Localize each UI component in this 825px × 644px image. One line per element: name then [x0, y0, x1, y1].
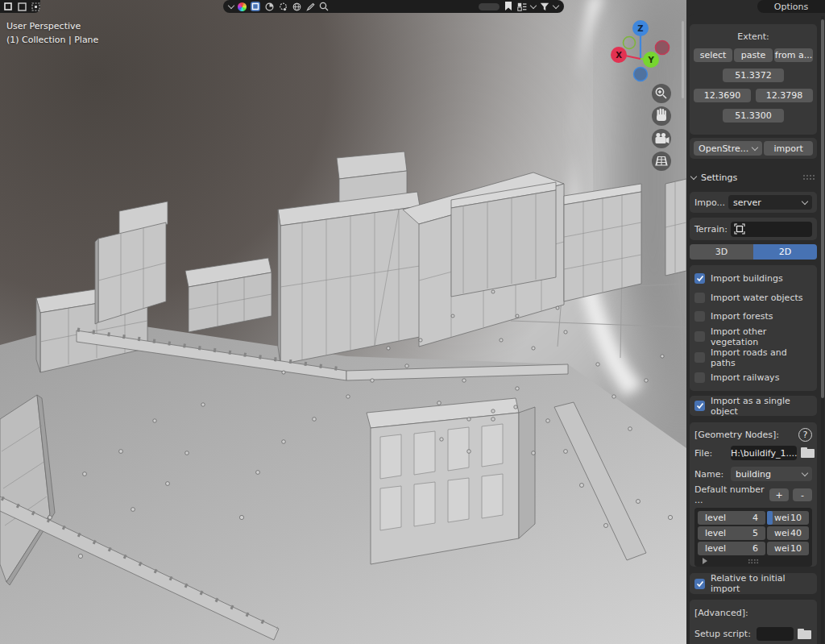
- relative-import-panel: Relative to initial import: [690, 573, 817, 594]
- dimension-toggle: 3D 2D: [690, 244, 817, 260]
- checkbox-unchecked-icon: [694, 331, 705, 342]
- checkbox-unchecked-icon: [694, 352, 705, 363]
- checkbox-row-relative[interactable]: Relative to initial import: [694, 573, 812, 594]
- overlays-icon[interactable]: [517, 2, 527, 11]
- sidebar-scrollbar-handle[interactable]: [821, 19, 824, 398]
- import-button[interactable]: import: [764, 141, 813, 156]
- terrain-object-field[interactable]: [731, 222, 812, 237]
- checkbox-row-single-object[interactable]: Import as a single object: [694, 396, 812, 416]
- box-select-icon[interactable]: [17, 2, 27, 11]
- checkbox-row-railways[interactable]: Import railways: [694, 368, 812, 388]
- annotate-brush-icon[interactable]: [305, 2, 315, 11]
- checkbox-label: Import other vegetation: [711, 326, 812, 347]
- help-button[interactable]: ?: [798, 428, 812, 442]
- viewport-header-toolbar: [223, 0, 564, 13]
- nav-gizmo-group: Z X Y: [600, 18, 684, 176]
- level-value: 5: [752, 528, 758, 538]
- extent-lat-min-field[interactable]: 51.3300: [723, 109, 784, 123]
- circle-select-icon[interactable]: [31, 2, 40, 11]
- search-icon[interactable]: [319, 2, 329, 11]
- advanced-panel: [Advanced]: Setup script:: [690, 600, 817, 644]
- mode-2d-button[interactable]: 2D: [753, 244, 817, 260]
- add-level-button[interactable]: +: [769, 488, 789, 501]
- orientation-gizmo[interactable]: Z X Y: [611, 20, 670, 81]
- extent-paste-button[interactable]: paste: [734, 48, 773, 62]
- select-mode-toolbar: [0, 0, 40, 13]
- camera-button[interactable]: [652, 129, 671, 148]
- zoom-button[interactable]: [652, 84, 671, 103]
- chevron-down-icon[interactable]: [228, 2, 234, 8]
- extent-lat-max-field[interactable]: 51.3372: [723, 69, 784, 82]
- axis-neg-z: [634, 68, 648, 81]
- name-label: Name:: [694, 469, 727, 480]
- object-icon: [734, 223, 745, 235]
- import-row-panel: OpenStre... import: [690, 138, 817, 159]
- svg-text:X: X: [616, 51, 622, 60]
- active-tool-box-select-icon[interactable]: [251, 2, 260, 11]
- checkbox-row-vegetation[interactable]: Import other vegetation: [694, 326, 812, 347]
- provider-dropdown[interactable]: OpenStre...: [694, 141, 762, 156]
- checkbox-label: Import as a single object: [711, 396, 812, 417]
- lasso-select-icon[interactable]: [278, 2, 288, 11]
- checkbox-row-water[interactable]: Import water objects: [694, 289, 812, 308]
- filter-funnel-icon[interactable]: [540, 2, 549, 11]
- list-resize-grip-icon[interactable]: [748, 559, 759, 564]
- checkbox-checked-icon: [694, 401, 705, 411]
- svg-text:Y: Y: [647, 56, 654, 64]
- axis-neg-x: [656, 41, 670, 55]
- mode-3d-button[interactable]: 3D: [690, 244, 753, 260]
- checkbox-unchecked-icon: [694, 372, 705, 383]
- active-object-breadcrumb: (1) Collection | Plane: [6, 35, 98, 45]
- level-value: 4: [752, 513, 758, 523]
- name-chevron-icon: [802, 469, 808, 476]
- bookmark-icon[interactable]: [504, 2, 513, 11]
- options-button[interactable]: Options: [774, 2, 808, 12]
- globe-icon[interactable]: [292, 2, 301, 11]
- setup-script-field[interactable]: [757, 627, 794, 641]
- level-row-2[interactable]: level5 wei40: [698, 526, 809, 540]
- expand-triangle-icon[interactable]: [703, 558, 707, 564]
- checkbox-label: Relative to initial import: [711, 573, 812, 594]
- extent-from-button[interactable]: from a...: [774, 48, 813, 62]
- viewport-3d[interactable]: User Perspective (1) Collection | Plane …: [0, 0, 686, 644]
- pan-button[interactable]: [652, 106, 671, 126]
- provider-chevron-icon: [752, 143, 758, 150]
- weight-value: 10: [790, 543, 802, 554]
- proportional-edit-pill[interactable]: [479, 3, 500, 10]
- sidebar-panel: Extent: select paste from a... 51.3372 1…: [686, 15, 821, 644]
- building-clipped-right: [665, 179, 686, 276]
- name-dropdown[interactable]: building: [731, 467, 812, 481]
- sphere-shading-icon[interactable]: [264, 2, 274, 11]
- settings-grip-icon[interactable]: [802, 174, 815, 181]
- tweak-select-icon[interactable]: [3, 2, 13, 11]
- import-mode-dropdown[interactable]: server: [728, 195, 812, 210]
- perspective-toggle-button[interactable]: [652, 152, 671, 171]
- checkbox-row-forests[interactable]: Import forests: [694, 307, 812, 326]
- overlays-chevron-icon[interactable]: [530, 2, 537, 8]
- weight-value: 40: [790, 528, 802, 538]
- folder-browse-icon[interactable]: [801, 447, 815, 459]
- settings-header[interactable]: Settings: [691, 169, 815, 185]
- checkbox-row-buildings[interactable]: Import buildings: [694, 269, 812, 289]
- viewport-scrollbar[interactable]: [682, 21, 684, 98]
- weight-value: 10: [790, 513, 802, 523]
- view-perspective-label: User Perspective: [6, 21, 81, 31]
- extent-lon-min-field[interactable]: 12.3690: [694, 89, 751, 102]
- geometry-nodes-title: [Geometry Nodes]:: [694, 430, 779, 440]
- filter-chevron-icon[interactable]: [553, 2, 559, 8]
- import-mode-label: Impo...: [694, 197, 725, 208]
- checkbox-checked-icon: [694, 579, 705, 589]
- extent-select-button[interactable]: select: [694, 48, 732, 62]
- import-mode-chevron-icon: [802, 197, 808, 204]
- file-path-field[interactable]: H:\buildify_1....: [731, 446, 797, 460]
- mode-colorwheel-icon[interactable]: [238, 2, 247, 11]
- level-row-3[interactable]: level6 wei10: [698, 542, 809, 555]
- advanced-title: [Advanced]:: [694, 605, 812, 621]
- checkbox-label: Import forests: [711, 311, 773, 322]
- extent-title: Extent:: [694, 31, 813, 42]
- folder-browse-icon[interactable]: [798, 629, 812, 640]
- remove-level-button[interactable]: -: [793, 488, 812, 501]
- extent-lon-max-field[interactable]: 12.3798: [756, 89, 813, 102]
- level-row-1[interactable]: level4 wei10: [698, 511, 809, 525]
- checkbox-row-roads[interactable]: Import roads and paths: [694, 347, 812, 368]
